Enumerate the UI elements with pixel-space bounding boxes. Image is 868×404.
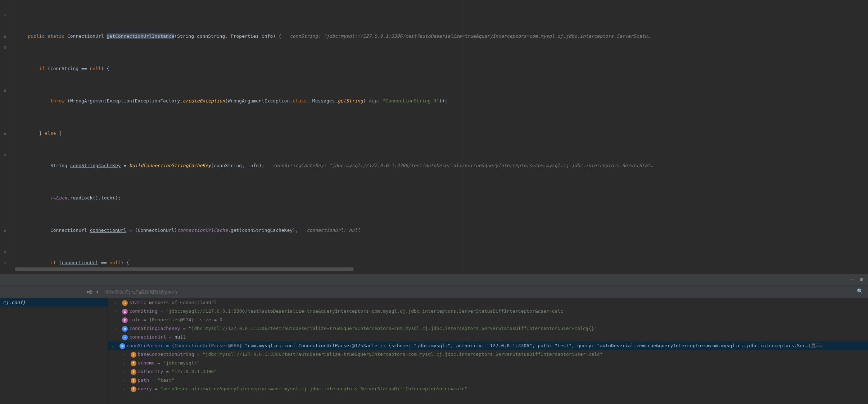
static-icon: s xyxy=(122,300,128,306)
search-icon[interactable]: 🔍 xyxy=(857,288,863,294)
param-icon: p xyxy=(122,317,128,323)
code-line[interactable]: } else { xyxy=(10,128,868,139)
var-path[interactable]: › fpath = "test" xyxy=(108,376,868,385)
horizontal-scrollbar[interactable] xyxy=(10,267,868,271)
fold-marker[interactable]: ⊟ xyxy=(0,13,10,17)
var-query[interactable]: › fquery = "autoDeserialize=true&queryIn… xyxy=(108,385,868,393)
code-line[interactable]: throw (WrongArgumentException)ExceptionF… xyxy=(10,96,868,106)
field-icon: f xyxy=(131,352,136,358)
var-baseConnectionString[interactable]: › fbaseConnectionString = "jdbc:mysql://… xyxy=(108,350,868,359)
code-line[interactable]: if (connString == null) { xyxy=(10,63,868,74)
var-connStrParser[interactable]: ⌄ ≡connStrParser = {ConnectionUrlParser@… xyxy=(108,341,868,350)
object-icon: ≡ xyxy=(122,335,128,340)
object-icon: ≡ xyxy=(122,326,128,332)
minimize-icon[interactable]: — xyxy=(850,276,854,283)
param-icon: p xyxy=(122,309,128,315)
debug-toolbar: — ⚙ xyxy=(0,273,868,285)
frames-sidebar[interactable]: cj.conf) xyxy=(0,298,108,404)
var-info[interactable]: pinfo = {Properties@974} size = 0 xyxy=(108,316,868,324)
code-line[interactable]: rwLock.readLock().lock(); xyxy=(10,193,868,203)
fold-marker[interactable]: ⊟ xyxy=(0,45,10,49)
fold-marker[interactable]: ⊟ xyxy=(0,261,10,265)
field-icon: f xyxy=(131,369,136,375)
code-line[interactable]: String connStringCacheKey = buildConnect… xyxy=(10,160,868,171)
fold-marker[interactable]: ⊟ xyxy=(0,132,10,136)
field-icon: f xyxy=(131,378,136,384)
fold-marker[interactable]: ⊟ xyxy=(0,250,10,254)
var-connectionUrl[interactable]: ≡connectionUrl = null xyxy=(108,333,868,341)
active-frame[interactable]: cj.conf) xyxy=(0,298,108,307)
var-connString[interactable]: › pconnString = "jdbc:mysql://127.0.0.1:… xyxy=(108,307,868,316)
fold-marker[interactable]: ⊟ xyxy=(0,229,10,233)
breakpoint-marker[interactable]: ● xyxy=(0,165,1,168)
variables-tree[interactable]: › sstatic members of ConnectionUrl › pco… xyxy=(108,298,868,404)
code-area[interactable]: public static ConnectionUrl getConnectio… xyxy=(10,0,868,273)
var-connStringCacheKey[interactable]: › ≡connStringCacheKey = "jdbc:mysql://12… xyxy=(108,324,868,333)
code-line[interactable]: ConnectionUrl connectionUrl = (Connectio… xyxy=(10,225,868,236)
variables-header: ▾⎚ ▾ 🔍 xyxy=(0,285,868,298)
gutter[interactable]: ⊟ ⊟ ⊟ ⊟ ⊟ ⊟ ● ⊟ ⊟ ⊟ xyxy=(0,0,10,273)
gear-icon[interactable]: ⚙ xyxy=(860,276,863,282)
code-line[interactable]: if (connectionUrl == null) { xyxy=(10,257,868,268)
code-line[interactable]: public static ConnectionUrl getConnectio… xyxy=(10,31,868,42)
add-watch-icon[interactable]: ▾ xyxy=(96,289,99,295)
fold-marker[interactable]: ⊟ xyxy=(0,35,10,38)
var-static-members[interactable]: › sstatic members of ConnectionUrl xyxy=(108,298,868,307)
evaluate-expression-input[interactable] xyxy=(103,288,868,296)
object-icon: ≡ xyxy=(119,343,125,349)
fold-marker[interactable]: ⊟ xyxy=(0,88,10,92)
fold-marker[interactable]: ⊟ xyxy=(0,153,10,157)
var-authority[interactable]: › fauthority = "127.0.0.1:3306" xyxy=(108,367,868,376)
filter-icon[interactable]: ▾⎚ xyxy=(86,289,92,295)
var-scheme[interactable]: › fscheme = "jdbc:mysql:" xyxy=(108,359,868,367)
field-icon: f xyxy=(131,386,136,392)
scrollbar-thumb[interactable] xyxy=(15,267,353,271)
debugger-variables-panel: ▾⎚ ▾ 🔍 cj.conf) › sstatic members of Con… xyxy=(0,285,868,404)
field-icon: f xyxy=(131,361,136,366)
code-editor[interactable]: 💡 ⊟ ⊟ ⊟ ⊟ ⊟ ⊟ ● ⊟ ⊟ ⊟ public static Conn… xyxy=(0,0,868,273)
